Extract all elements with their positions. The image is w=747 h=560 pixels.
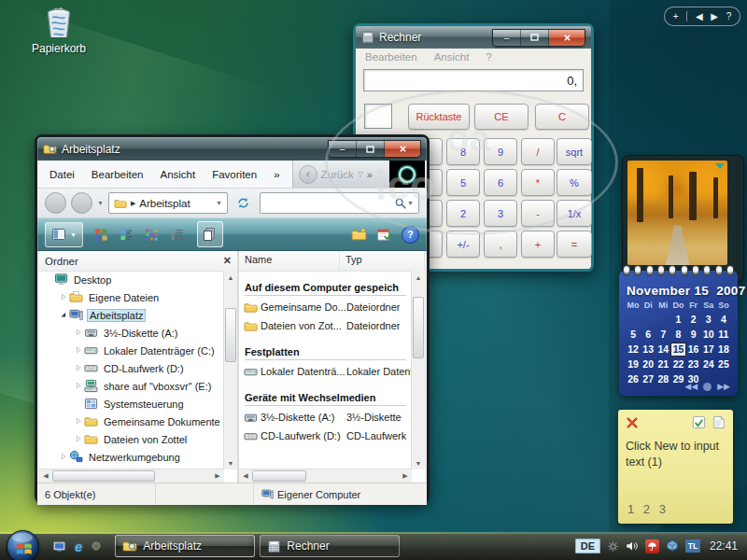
tree-expander-icon[interactable] xyxy=(73,328,84,339)
scheduled-tasks-icon[interactable] xyxy=(376,227,392,243)
view-tiles-icon[interactable] xyxy=(120,228,134,242)
calendar-day-cell[interactable]: 4 xyxy=(716,313,731,327)
scroll-down-icon[interactable]: ▼ xyxy=(224,456,237,469)
search-input[interactable]: ▼ xyxy=(260,192,419,214)
tree-expander-icon[interactable] xyxy=(58,292,69,303)
recycle-bin[interactable]: Papierkorb xyxy=(22,6,95,55)
tree-item-desktop[interactable]: Desktop xyxy=(39,271,224,288)
quicklaunch-misc-icon[interactable] xyxy=(91,540,102,552)
toolbar-overflow-icon[interactable]: » xyxy=(367,169,373,180)
tree-expander-icon[interactable] xyxy=(73,363,84,374)
calendar-day-cell[interactable]: 24 xyxy=(701,357,716,371)
calc-button-9[interactable]: 9 xyxy=(484,138,517,165)
gear-tray-icon[interactable] xyxy=(607,540,619,553)
scroll-right-icon[interactable]: ▶ xyxy=(399,469,412,483)
taskbar-clock[interactable]: 22:41 xyxy=(710,539,738,553)
calendar-day-cell[interactable]: 29 xyxy=(670,372,685,386)
photo-gadget[interactable] xyxy=(622,155,744,282)
tree-expander-icon[interactable] xyxy=(58,452,69,463)
start-button[interactable] xyxy=(7,530,39,560)
list-item-lokaler-datentr-[interactable]: Lokaler Datenträ...Lokaler Datenträger xyxy=(239,362,412,381)
taskbar-button-rechner[interactable]: Rechner xyxy=(260,535,400,557)
show-desktop-icon[interactable] xyxy=(52,539,66,553)
calendar-day-cell[interactable]: 8 xyxy=(670,328,685,342)
menu-item-favoriten[interactable]: Favoriten xyxy=(205,166,263,183)
tree-item-arbeitsplatz[interactable]: Arbeitsplatz xyxy=(39,306,224,324)
calendar-day-cell[interactable]: 21 xyxy=(655,357,670,371)
calendar-day-cell[interactable]: 3 xyxy=(701,313,716,327)
tree-expander-icon[interactable] xyxy=(73,416,84,427)
antivirus-tray-icon[interactable] xyxy=(645,539,659,553)
calendar-day-cell[interactable]: 16 xyxy=(686,343,701,357)
search-dropdown-icon[interactable]: ▼ xyxy=(407,200,414,206)
calc-button-1/x[interactable]: 1/x xyxy=(557,200,592,227)
tree-expander-icon[interactable] xyxy=(73,434,84,445)
calendar-day-cell[interactable]: 26 xyxy=(626,372,641,386)
list-horizontal-scrollbar[interactable]: ◀ ▶ xyxy=(239,469,412,483)
prev-page-button[interactable]: ◀ xyxy=(696,11,703,21)
calc-button-+/-[interactable]: +/- xyxy=(446,231,480,258)
calendar-day-cell[interactable]: 19 xyxy=(626,357,641,371)
address-combo[interactable]: ▶ Arbeitsplat ▼ xyxy=(108,192,228,214)
calendar-day-cell[interactable]: 23 xyxy=(686,357,701,371)
back-button[interactable] xyxy=(299,165,317,184)
calendar-day-cell[interactable]: 18 xyxy=(716,343,731,357)
note-delete-icon[interactable] xyxy=(626,416,639,429)
tree-item-lokaler-datentr-ger-c-[interactable]: Lokaler Datenträger (C:) xyxy=(39,342,224,359)
tree-item-3-diskette-a-[interactable]: 3½-Diskette (A:) xyxy=(39,324,224,342)
scroll-down-icon[interactable]: ▼ xyxy=(412,456,425,469)
recycle-bin-icon[interactable] xyxy=(43,6,75,37)
view-details-button[interactable] xyxy=(197,221,223,247)
calc-button-/[interactable]: / xyxy=(521,138,555,165)
calc-button-%[interactable]: % xyxy=(557,169,592,196)
calendar-gadget[interactable]: November 15 2007 MoDiMiDoFrSaSo123456789… xyxy=(619,271,738,396)
close-button[interactable] xyxy=(385,141,420,157)
calc-button-C[interactable]: C xyxy=(535,104,589,130)
calendar-day-cell[interactable]: 1 xyxy=(670,313,685,327)
list-vertical-scrollbar[interactable]: ▲ ▼ xyxy=(411,271,425,469)
tree-item-systemsteuerung[interactable]: Systemsteuerung xyxy=(39,395,224,413)
calc-button-Rücktaste[interactable]: Rücktaste xyxy=(408,104,470,130)
internet-explorer-icon[interactable]: e xyxy=(75,539,82,554)
calendar-day-cell[interactable]: 27 xyxy=(641,372,655,386)
taskbar-button-arbeitsplatz[interactable]: Arbeitsplatz xyxy=(115,535,255,557)
scroll-up-icon[interactable]: ▲ xyxy=(224,271,237,284)
virtualbox-tray-icon[interactable] xyxy=(666,539,679,553)
calc-button-+[interactable]: + xyxy=(521,231,555,258)
view-thumbnails-icon[interactable] xyxy=(94,228,108,242)
calendar-day-cell[interactable]: 2 xyxy=(686,313,701,327)
photo-menu-arrow-icon[interactable] xyxy=(715,163,725,169)
scroll-right-icon[interactable]: ▶ xyxy=(211,469,224,483)
calendar-day-cell[interactable]: 20 xyxy=(641,357,655,371)
calendar-day-cell[interactable]: 5 xyxy=(626,328,641,342)
folders-pane-close-icon[interactable]: ✕ xyxy=(223,255,232,267)
add-gadget-button[interactable]: + xyxy=(673,11,679,21)
back-dropdown-icon[interactable]: ▽ xyxy=(358,170,363,178)
menu-item-ansicht[interactable]: Ansicht xyxy=(153,166,202,183)
calc-button-2[interactable]: 2 xyxy=(446,200,480,227)
tree-item-dateien-von-zottel[interactable]: Dateien von Zottel xyxy=(39,430,224,448)
next-page-button[interactable]: ▶ xyxy=(711,11,718,21)
calendar-day-cell[interactable]: 9 xyxy=(686,328,701,342)
calendar-today-button[interactable] xyxy=(703,383,712,391)
scrollbar-thumb[interactable] xyxy=(225,308,236,362)
column-type[interactable]: Typ xyxy=(340,251,425,271)
minimize-button[interactable]: – xyxy=(329,141,357,157)
menu-item-bearbeiten[interactable]: Bearbeiten xyxy=(85,166,150,183)
calc-button-,[interactable]: , xyxy=(484,231,517,258)
tree-expander-icon[interactable] xyxy=(73,345,84,357)
tree-item-netzwerkumgebung[interactable]: Netzwerkumgebung xyxy=(39,448,224,466)
view-list-icon[interactable] xyxy=(170,228,184,242)
language-indicator[interactable]: DE xyxy=(575,539,600,553)
calendar-day-cell[interactable]: 22 xyxy=(670,357,685,371)
clock-gadget[interactable] xyxy=(623,29,729,135)
calendar-day-cell[interactable]: 14 xyxy=(655,343,670,357)
explorer-titlebar[interactable]: Arbeitsplatz – xyxy=(37,137,427,161)
calendar-day-cell[interactable]: 17 xyxy=(701,343,716,357)
calendar-day-cell[interactable]: 28 xyxy=(655,372,670,386)
notes-gadget[interactable]: Click New to input text (1) 1 2 3 xyxy=(618,410,733,524)
panes-button[interactable]: ▼ xyxy=(45,222,83,247)
help-button[interactable]: ? xyxy=(402,226,419,244)
scroll-up-icon[interactable]: ▲ xyxy=(412,271,425,284)
calendar-prev-button[interactable]: ◀◀ xyxy=(684,382,698,391)
